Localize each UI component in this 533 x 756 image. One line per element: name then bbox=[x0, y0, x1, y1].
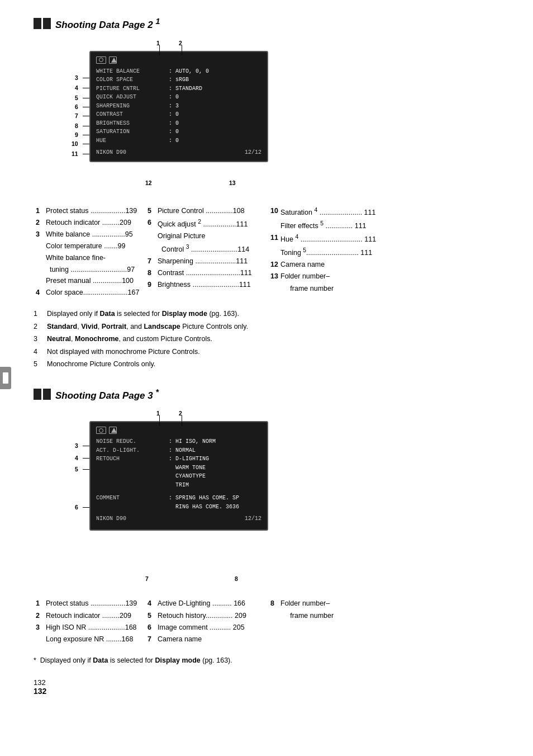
info-table-1: 1Protect status ..................139 2R… bbox=[34, 205, 511, 299]
diag1-bottom-13: 13 bbox=[229, 179, 236, 186]
info-col3-page3: 8Folder number– frame number bbox=[268, 598, 380, 645]
diag2-label-3: 3 bbox=[75, 442, 78, 449]
footnote-page3: * Displayed only if Data is selected for… bbox=[34, 654, 511, 667]
section-title-text-2: Shooting Data Page 3 bbox=[55, 390, 153, 400]
info-col3-page2: 10Saturation 4 ...................... 11… bbox=[268, 205, 380, 299]
vline-1 bbox=[159, 45, 160, 55]
diag1-label-9: 9 bbox=[75, 131, 78, 138]
camera-footer-1: NIKON D90 12/12 bbox=[96, 149, 261, 155]
diag1-bottom-12: 12 bbox=[145, 179, 152, 186]
diag1-label-5: 5 bbox=[75, 94, 78, 101]
sidebar-tab bbox=[0, 367, 11, 389]
diag1-label-3: 3 bbox=[75, 74, 78, 81]
camera-frame-2: 12/12 bbox=[245, 516, 261, 522]
camera-model-2: NIKON D90 bbox=[96, 516, 126, 522]
section-title-1: Shooting Data Page 2 1 bbox=[34, 17, 511, 31]
diag1-label-4: 4 bbox=[75, 84, 78, 91]
camera-data-lines-1: WHITE BALANCE: AUTO, 0, 0 COLOR SPACE: s… bbox=[96, 67, 261, 145]
section-icon-1 bbox=[34, 18, 51, 29]
page-number: 132 bbox=[34, 678, 511, 687]
section-superscript-2: * bbox=[155, 388, 159, 396]
section-icon-2 bbox=[34, 389, 51, 400]
diag1-label-11: 11 bbox=[72, 150, 78, 157]
diag2-label-5: 5 bbox=[75, 466, 78, 472]
camera-model-1: NIKON D90 bbox=[96, 149, 126, 155]
diag2-bottom-8: 8 bbox=[235, 575, 238, 582]
info-col1-page2: 1Protect status ..................139 2R… bbox=[34, 205, 145, 299]
diagram-2: 1 2 3 4 5 6 NOISE REDUC.: HI ISO, NORM A… bbox=[34, 410, 511, 589]
footnotes-1: 1Displayed only if Data is selected for … bbox=[34, 308, 511, 371]
camera-data-lines-2: NOISE REDUC.: HI ISO, NORM ACT. D-LIGHT.… bbox=[96, 437, 261, 511]
camera-frame-1: 12/12 bbox=[245, 149, 261, 155]
section-page2: Shooting Data Page 2 1 1 2 3 4 5 6 7 8 9… bbox=[34, 17, 511, 371]
section-page3: Shooting Data Page 3 * 1 2 3 4 5 6 bbox=[34, 388, 511, 667]
diag1-label-6: 6 bbox=[75, 103, 78, 110]
diag1-label-7: 7 bbox=[75, 112, 78, 119]
info-col2-page2: 5Picture Control ..............108 6Quic… bbox=[145, 205, 268, 299]
diag1-label-10: 10 bbox=[72, 140, 78, 147]
diag2-bottom-7: 7 bbox=[145, 575, 149, 582]
section-superscript-1: 1 bbox=[155, 17, 160, 26]
info-col2-page3: 4Active D-Lighting .......... 166 5Retou… bbox=[145, 598, 268, 645]
camera-screen-1: WHITE BALANCE: AUTO, 0, 0 COLOR SPACE: s… bbox=[89, 51, 268, 163]
camera-screen-2: NOISE REDUC.: HI ISO, NORM ACT. D-LIGHT.… bbox=[89, 421, 268, 531]
diag1-label-8: 8 bbox=[75, 122, 78, 129]
page-number-display: 132 bbox=[34, 687, 511, 696]
section-title-text-1: Shooting Data Page 2 bbox=[55, 20, 153, 30]
diag2-label-6: 6 bbox=[75, 504, 78, 511]
camera-footer-2: NIKON D90 12/12 bbox=[96, 516, 261, 522]
vline-2 bbox=[182, 45, 182, 55]
info-col1-page3: 1Protect status ..................139 2R… bbox=[34, 598, 145, 645]
section-title-2: Shooting Data Page 3 * bbox=[34, 388, 511, 401]
info-table-2: 1Protect status ..................139 2R… bbox=[34, 598, 511, 645]
info-num: 1 bbox=[36, 205, 46, 217]
diag2-label-4: 4 bbox=[75, 455, 78, 461]
diagram-1: 1 2 3 4 5 6 7 8 9 10 11 bbox=[34, 40, 511, 196]
